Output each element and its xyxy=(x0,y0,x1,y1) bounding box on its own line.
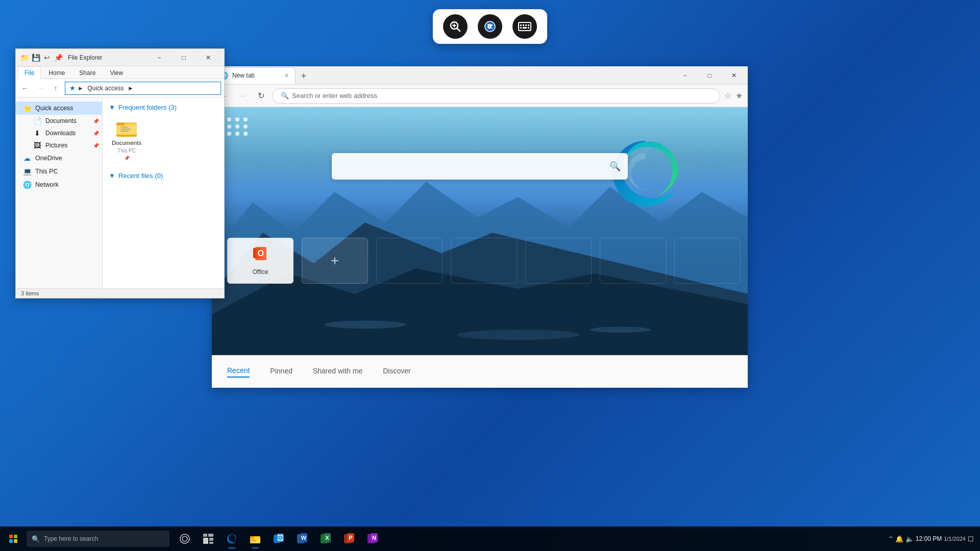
address-input-bar[interactable]: 🔍 Search or enter web address xyxy=(272,88,720,104)
sidebar-item-pictures[interactable]: 🖼 Pictures 📌 xyxy=(30,139,102,152)
remote-desktop-button[interactable]: ≫ xyxy=(478,14,502,39)
zoom-in-button[interactable] xyxy=(443,14,468,39)
downloads-icon: ⬇ xyxy=(33,129,41,137)
svg-rect-39 xyxy=(251,539,254,540)
tab-home[interactable]: Home xyxy=(42,66,71,79)
sidebar-item-network[interactable]: 🌐 Network xyxy=(16,178,102,191)
downloads-pin-icon: 📌 xyxy=(93,131,99,136)
pin-icon: 📌 xyxy=(54,53,63,62)
network-icon: 🌐 xyxy=(23,181,31,189)
sidebar-item-this-pc[interactable]: 💻 This PC xyxy=(16,165,102,178)
browser-content: 🔍 xyxy=(212,107,748,355)
svg-point-29 xyxy=(180,534,189,543)
system-tray: ⌃ 🔔 🔈 xyxy=(888,535,914,543)
taskbar-app-task-view[interactable] xyxy=(197,528,219,550)
back-button[interactable]: ← xyxy=(19,82,31,94)
taskbar-right: ⌃ 🔔 🔈 12:00 PM 1/1/2024 ☐ xyxy=(888,535,978,543)
taskbar-app-excel[interactable]: X xyxy=(314,528,337,550)
taskbar-search-icon: 🔍 xyxy=(32,535,40,543)
browser-maximize-button[interactable]: □ xyxy=(698,68,721,83)
tab-recent[interactable]: Recent xyxy=(227,366,250,378)
svg-text:≫: ≫ xyxy=(487,22,493,28)
new-tab-button[interactable]: + xyxy=(297,69,311,84)
taskbar-apps: @ W X P xyxy=(174,528,384,550)
office-tile[interactable]: O Office xyxy=(227,238,293,284)
browser-search-bar[interactable]: 🔍 xyxy=(332,153,628,180)
address-input-placeholder: Search or enter web address xyxy=(292,92,712,99)
recent-files-header[interactable]: ▼ Recent files (0) xyxy=(109,172,218,180)
sidebar-label-documents: Documents xyxy=(45,117,77,124)
browser-titlebar: 🌐 New tab ✕ + − □ ✕ xyxy=(212,66,748,85)
browser-tab-new[interactable]: 🌐 New tab ✕ xyxy=(214,67,296,84)
edge-browser-window: 🌐 New tab ✕ + − □ ✕ ← → ↻ 🔍 Search or en… xyxy=(212,66,748,388)
address-path[interactable]: ★ ► Quick access ► xyxy=(65,82,221,95)
up-button[interactable]: ↑ xyxy=(50,82,62,94)
browser-minimize-button[interactable]: − xyxy=(673,68,697,83)
notifications-button[interactable]: ☐ xyxy=(968,535,974,543)
svg-rect-34 xyxy=(209,538,213,541)
taskbar-app-onenote[interactable]: N xyxy=(361,528,384,550)
tab-pinned[interactable]: Pinned xyxy=(270,367,292,377)
forward-button[interactable]: → xyxy=(34,82,46,94)
minimize-button[interactable]: − xyxy=(148,51,171,65)
folder-icon: 📁 xyxy=(20,53,29,62)
start-button[interactable] xyxy=(2,528,24,550)
svg-rect-19 xyxy=(120,127,128,128)
sidebar-item-downloads[interactable]: ⬇ Downloads 📌 xyxy=(30,127,102,139)
address-bar: ← → ↑ ★ ► Quick access ► xyxy=(16,79,224,97)
taskbar-app-powerpoint[interactable]: P xyxy=(338,528,360,550)
tab-file[interactable]: File xyxy=(18,66,41,79)
browser-forward-button[interactable]: → xyxy=(235,89,250,103)
add-tile[interactable]: + xyxy=(302,238,368,284)
bookmark-button[interactable]: ☆ xyxy=(724,91,731,101)
sidebar-item-documents[interactable]: 📄 Documents 📌 xyxy=(30,115,102,127)
frequent-folders-chevron: ▼ xyxy=(109,104,115,111)
folder-documents-name: Documents xyxy=(112,140,141,146)
taskbar-app-cortana[interactable] xyxy=(174,528,196,550)
address-star-icon: ★ xyxy=(69,84,76,92)
keyboard-button[interactable] xyxy=(512,14,537,39)
clock-date[interactable]: 1/1/2024 xyxy=(944,536,966,542)
frequent-folders-list: Documents This PC 📌 xyxy=(109,116,218,164)
svg-point-25 xyxy=(590,327,651,333)
tab-shared-with-me[interactable]: Shared with me xyxy=(313,367,362,377)
svg-text:O: O xyxy=(258,249,264,258)
svg-point-24 xyxy=(457,330,579,340)
address-path-text: Quick access xyxy=(87,85,124,92)
titlebar-icons: 📁 💾 ↩ 📌 xyxy=(20,53,63,62)
svg-rect-32 xyxy=(208,534,213,537)
excel-icon: X xyxy=(320,533,331,544)
frequent-folders-header[interactable]: ▼ Frequent folders (3) xyxy=(109,104,218,111)
sidebar-item-quick-access[interactable]: ⭐ Quick access xyxy=(16,102,102,115)
taskbar-app-edge[interactable] xyxy=(220,528,243,550)
onedrive-icon: ☁ xyxy=(23,154,31,162)
browser-close-button[interactable]: ✕ xyxy=(722,68,746,83)
windows-logo-icon xyxy=(9,535,17,543)
svg-text:P: P xyxy=(349,535,352,541)
status-text: 3 items xyxy=(21,290,39,296)
collection-button[interactable]: ★ xyxy=(736,91,743,101)
svg-rect-40 xyxy=(251,540,256,541)
tab-close-button[interactable]: ✕ xyxy=(284,72,289,79)
maximize-button[interactable]: □ xyxy=(172,51,195,65)
tab-share[interactable]: Share xyxy=(72,66,102,79)
browser-refresh-button[interactable]: ↻ xyxy=(254,89,268,103)
svg-text:N: N xyxy=(372,535,376,541)
folder-item-documents[interactable]: Documents This PC 📌 xyxy=(109,116,144,164)
taskbar-search-bar[interactable]: 🔍 Type here to search xyxy=(27,531,169,547)
close-button[interactable]: ✕ xyxy=(197,51,220,65)
clock-time[interactable]: 12:00 PM xyxy=(916,535,942,542)
sidebar-item-onedrive[interactable]: ☁ OneDrive xyxy=(16,152,102,165)
taskbar-app-explorer[interactable] xyxy=(244,528,266,550)
taskbar-app-outlook[interactable]: @ xyxy=(267,528,290,550)
tab-discover[interactable]: Discover xyxy=(383,367,410,377)
sidebar-sub-items: 📄 Documents 📌 ⬇ Downloads 📌 🖼 Pictures 📌 xyxy=(16,115,102,152)
svg-text:X: X xyxy=(325,535,329,541)
tab-view[interactable]: View xyxy=(103,66,130,79)
svg-point-23 xyxy=(324,320,406,329)
address-search-icon: 🔍 xyxy=(281,92,289,99)
grid-dots xyxy=(227,117,249,136)
taskbar-app-word[interactable]: W xyxy=(291,528,313,550)
svg-rect-31 xyxy=(203,534,207,537)
this-pc-icon: 💻 xyxy=(23,167,31,176)
